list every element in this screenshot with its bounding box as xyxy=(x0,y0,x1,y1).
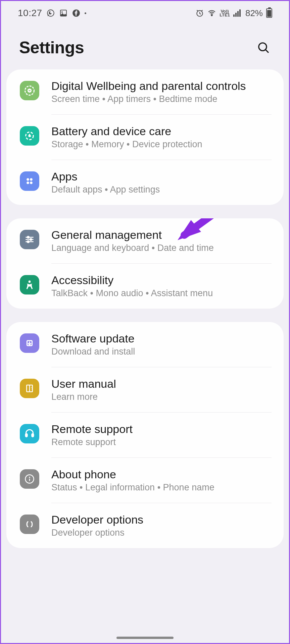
row-title: Battery and device care xyxy=(51,125,272,138)
developer-options-icon xyxy=(20,515,39,534)
svg-point-11 xyxy=(27,178,29,181)
apps-icon xyxy=(20,171,39,191)
row-title: Apps xyxy=(51,170,272,183)
row-title: Accessibility xyxy=(51,274,272,287)
status-time: 10:27 xyxy=(18,8,42,18)
navigation-handle[interactable] xyxy=(116,637,174,639)
svg-rect-23 xyxy=(26,434,27,437)
battery-icon xyxy=(266,8,272,18)
search-button[interactable] xyxy=(256,40,271,55)
svg-point-5 xyxy=(211,15,212,16)
more-notifications-dot-icon xyxy=(85,12,86,14)
row-title: User manual xyxy=(51,377,272,390)
search-icon xyxy=(257,41,270,54)
row-subtitle: Storage • Memory • Device protection xyxy=(51,139,272,150)
svg-rect-27 xyxy=(29,479,30,481)
row-subtitle: Learn more xyxy=(51,392,272,402)
svg-rect-24 xyxy=(32,434,34,437)
signal-icon xyxy=(233,9,241,17)
svg-point-6 xyxy=(259,43,267,51)
svg-point-2 xyxy=(61,11,63,13)
svg-point-12 xyxy=(30,178,33,181)
accessibility-icon xyxy=(20,275,39,294)
svg-text:?: ? xyxy=(31,386,33,390)
svg-point-18 xyxy=(29,280,31,283)
general-management-icon xyxy=(20,230,39,249)
row-subtitle: Screen time • App timers • Bedtime mode xyxy=(51,94,272,104)
row-subtitle: TalkBack • Mono audio • Assistant menu xyxy=(51,288,272,299)
software-update-icon xyxy=(20,333,39,353)
row-subtitle: Remote support xyxy=(51,437,272,447)
about-phone-icon xyxy=(20,469,39,489)
settings-row-remote[interactable]: Remote support Remote support xyxy=(6,413,284,458)
settings-group-3: Software update Download and install ? U… xyxy=(6,322,284,548)
row-subtitle: Download and install xyxy=(51,346,272,357)
row-subtitle: Language and keyboard • Date and time xyxy=(51,243,272,253)
row-title: General management xyxy=(51,228,272,241)
row-subtitle: Default apps • App settings xyxy=(51,184,272,195)
page-title: Settings xyxy=(19,38,84,57)
row-title: Remote support xyxy=(51,423,272,436)
settings-row-update[interactable]: Software update Download and install xyxy=(6,322,284,367)
settings-row-developer[interactable]: Developer options Developer options xyxy=(6,503,284,548)
whatsapp-icon xyxy=(46,9,55,17)
settings-group-2: General management Language and keyboard… xyxy=(6,218,284,309)
image-icon xyxy=(59,9,68,17)
row-title: About phone xyxy=(51,468,272,481)
battery-care-icon xyxy=(20,126,39,146)
svg-point-13 xyxy=(27,181,29,184)
settings-group-1: Digital Wellbeing and parental controls … xyxy=(6,69,284,205)
user-manual-icon: ? xyxy=(20,379,39,398)
page-header: Settings xyxy=(1,25,289,69)
row-title: Digital Wellbeing and parental controls xyxy=(51,79,272,93)
svg-point-26 xyxy=(29,477,30,478)
status-bar: 10:27 Vo)) LTE1 82% xyxy=(1,1,289,25)
settings-row-general[interactable]: General management Language and keyboard… xyxy=(6,218,284,263)
settings-row-wellbeing[interactable]: Digital Wellbeing and parental controls … xyxy=(6,69,284,114)
svg-point-17 xyxy=(27,241,29,243)
settings-row-manual[interactable]: ? User manual Learn more xyxy=(6,367,284,412)
svg-point-10 xyxy=(29,135,30,137)
settings-row-about[interactable]: About phone Status • Legal information •… xyxy=(6,458,284,503)
settings-row-apps[interactable]: Apps Default apps • App settings xyxy=(6,160,284,205)
wifi-icon xyxy=(207,9,216,17)
volte-icon: Vo)) LTE1 xyxy=(220,9,230,17)
svg-point-15 xyxy=(27,236,29,238)
row-subtitle: Status • Legal information • Phone name xyxy=(51,482,272,493)
row-title: Software update xyxy=(51,332,272,345)
settings-row-accessibility[interactable]: Accessibility TalkBack • Mono audio • As… xyxy=(6,264,284,309)
alarm-icon xyxy=(195,9,204,17)
wellbeing-icon xyxy=(20,81,39,100)
facebook-icon xyxy=(72,9,81,17)
row-subtitle: Developer options xyxy=(51,528,272,538)
svg-point-14 xyxy=(30,181,33,184)
row-title: Developer options xyxy=(51,513,272,526)
settings-row-battery[interactable]: Battery and device care Storage • Memory… xyxy=(6,115,284,160)
battery-percentage: 82% xyxy=(245,8,263,18)
svg-point-16 xyxy=(30,238,32,240)
remote-support-icon xyxy=(20,424,39,443)
